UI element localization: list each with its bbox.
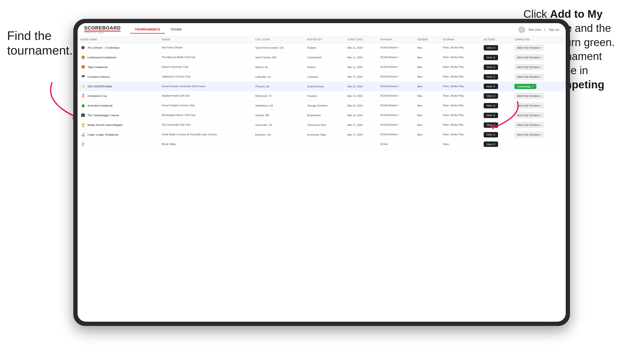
eye-icon: ⊙ — [493, 143, 495, 146]
gender-cell: Men — [414, 111, 440, 120]
event-name-text: Schenkel Invitational — [88, 104, 112, 107]
header-right: TU Test User | Sign out — [518, 26, 559, 33]
city-cell: Lafayette, LA — [252, 72, 304, 82]
division-cell: NCAA Division I — [378, 72, 414, 82]
plus-icon: + — [540, 56, 541, 59]
team-logo-icon: 🦁 — [80, 55, 86, 60]
eye-icon: ⊙ — [493, 56, 495, 59]
gender-cell: Men — [414, 101, 440, 111]
hosted-cell: Houston — [304, 91, 344, 101]
division-cell: NCAA — [378, 140, 414, 149]
tab-tournaments[interactable]: TOURNAMENTS — [130, 26, 164, 33]
gender-cell: Men — [414, 53, 440, 62]
actions-cell: View ⊙ — [481, 72, 512, 82]
event-name-text: Lindenwood Invitational — [88, 56, 116, 59]
col-actions: ACTIONS — [481, 36, 512, 43]
event-name-text: The Johnnie - O Individual — [88, 46, 119, 49]
team-logo-icon: 🏌 — [80, 142, 86, 147]
add-to-schedule-button[interactable]: Add to My Schedule + — [514, 64, 544, 70]
team-logo-icon: 🌲 — [80, 103, 86, 108]
hosted-cell: Kennesaw State — [304, 130, 344, 140]
team-logo-icon: 🏴 — [80, 74, 86, 79]
eye-icon: ⊙ — [493, 46, 495, 49]
arrow-right-icon — [475, 97, 527, 135]
svg-marker-1 — [490, 125, 494, 129]
venue-cell: The Missouri Bluffs Golf Club — [159, 53, 252, 62]
table-row: 🐯Tiger InvitationalAuburn University Clu… — [78, 62, 566, 72]
competing-cell: Add to My Schedule + — [512, 62, 566, 72]
plus-icon: + — [540, 104, 541, 107]
event-name-text: GCU INVITATIONAL — [88, 85, 112, 88]
event-name-cell: 🅱The Carpetbagger Classic — [78, 111, 159, 120]
date-cell: Mar 13, 2024 — [344, 91, 378, 101]
col-city: CITY, STATE — [252, 36, 304, 43]
plus-icon: + — [540, 133, 541, 136]
team-logo-icon: 🏅 — [80, 93, 86, 99]
tablet-device: SCOREBOARD Powered by clippd TOURNAMENTS… — [73, 19, 570, 326]
table-row: ⚡GCU INVITATIONALGrand Canyon University… — [78, 82, 566, 91]
add-to-schedule-button[interactable]: Add to My Schedule + — [514, 45, 544, 50]
venue-cell: Shadow Hawk Golf Club — [159, 91, 252, 101]
actions-cell: View ⊙ — [481, 53, 512, 62]
competing-cell: Add to My Schedule + — [512, 43, 566, 53]
venue-cell: Auburn University Club — [159, 62, 252, 72]
event-name-text: Bobby Nichols Intercollegiate — [88, 124, 122, 126]
city-cell: Auburn, AL — [252, 62, 304, 72]
view-button[interactable]: View ⊙ — [484, 84, 498, 89]
col-event-name: EVENT NAME — [78, 36, 159, 43]
venue-cell: Grand Canyon University Golf Course — [159, 82, 252, 91]
logo-area: SCOREBOARD Powered by clippd — [84, 25, 120, 34]
team-logo-icon: 🏆 — [80, 122, 86, 128]
view-button[interactable]: View ⊙ — [484, 74, 498, 80]
division-cell: NCAA Division I — [378, 130, 414, 140]
venue-cell: The Sevierville Golf Club — [159, 120, 252, 130]
view-button[interactable]: View ⊙ — [484, 142, 498, 147]
view-button[interactable]: View ⊙ — [484, 45, 498, 50]
division-cell: NCAA Division I — [378, 111, 414, 120]
hosted-cell: Grand Canyon — [304, 82, 344, 91]
hosted-cell: Binghamton — [304, 111, 344, 120]
add-to-schedule-button[interactable]: Add to My Schedule + — [514, 74, 544, 80]
plus-icon: + — [540, 124, 541, 126]
city-cell: Saint Charles, MO — [252, 53, 304, 62]
date-cell: Mar 11, 2024 — [344, 53, 378, 62]
hosted-cell: Georgia Southern — [304, 101, 344, 111]
view-button[interactable]: View ⊙ — [484, 55, 498, 60]
venue-cell: Forest Heights Country Club — [159, 101, 252, 111]
gender-cell: Men — [414, 82, 440, 91]
competing-button[interactable]: Competing ✓ — [514, 84, 536, 89]
add-to-schedule-button[interactable]: Add to My Schedule + — [514, 55, 544, 60]
venue-cell: Brook Valley — [159, 140, 252, 149]
sign-out-link[interactable]: Sign out — [549, 28, 559, 31]
date-cell: Mar 16, 2024 — [344, 111, 378, 120]
table-row: 🏴Louisiana ClassicsOakbourne Country Clu… — [78, 72, 566, 82]
scoring-cell: Team, — [440, 140, 481, 149]
gender-cell: Men — [414, 72, 440, 82]
division-cell: NCAA Division I — [378, 53, 414, 62]
event-name-text: Louisiana Classics — [88, 75, 110, 78]
venue-cell: Worthington Manor Golf Club — [159, 111, 252, 120]
competing-cell: Competing ✓ — [512, 82, 566, 91]
division-cell: NCAA Division I — [378, 82, 414, 91]
user-name: Test User — [528, 28, 541, 31]
gender-cell: Men — [414, 43, 440, 53]
hosted-cell: Auburn — [304, 62, 344, 72]
date-cell: Mar 17, 2024 — [344, 120, 378, 130]
scoring-cell: Team, Stroke Play — [440, 72, 481, 82]
division-cell: NCAA Division I — [378, 62, 414, 72]
tab-teams[interactable]: TEAMS — [166, 26, 186, 33]
table-container: EVENT NAME VENUE CITY, STATE HOSTED BY S… — [78, 36, 566, 322]
date-cell: Mar 11, 2024 — [344, 43, 378, 53]
col-hosted: HOSTED BY — [304, 36, 344, 43]
actions-cell: View ⊙ — [481, 140, 512, 149]
logo-text: SCOREBOARD — [84, 25, 120, 30]
view-button[interactable]: View ⊙ — [484, 64, 498, 70]
city-cell: Richmond, TX — [252, 91, 304, 101]
event-name-cell: 🏴Louisiana Classics — [78, 72, 159, 82]
city-cell: Statesboro, GA — [252, 101, 304, 111]
check-icon: ✓ — [532, 85, 534, 88]
city-cell: Saint Simons Island, GA — [252, 43, 304, 53]
event-name-text: Tiger Invitational — [88, 66, 107, 68]
event-name-cell: ⚡GCU INVITATIONAL — [78, 82, 159, 91]
competing-cell: Add to My Schedule + — [512, 53, 566, 62]
